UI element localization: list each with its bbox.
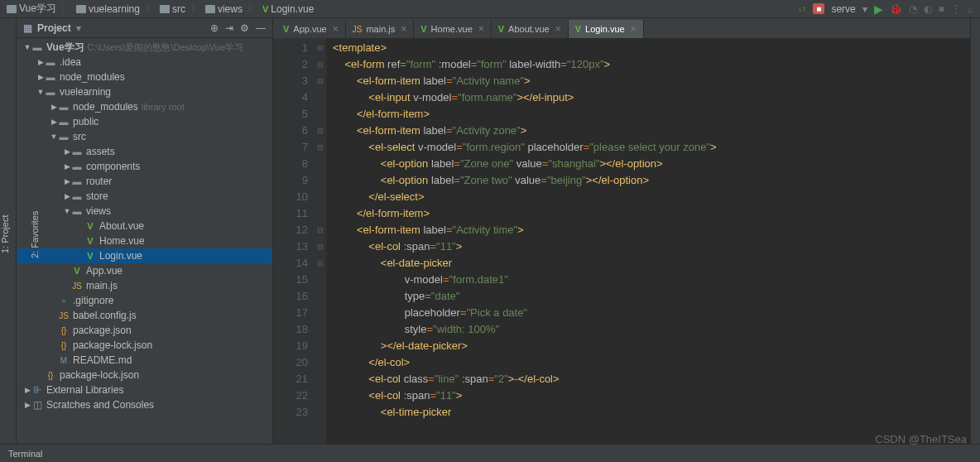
more-icon[interactable]: ⋮ — [951, 3, 961, 15]
code-line[interactable]: </el-select> — [333, 189, 980, 205]
tree-node[interactable]: ▶⊪External Libraries — [17, 383, 272, 397]
fold-icon[interactable]: ⊟ — [315, 123, 326, 139]
fold-gutter[interactable]: ⊟⊟⊟⊟⊟⊟⊟⊟ — [315, 38, 326, 444]
tree-node[interactable]: ▶▬store — [17, 189, 272, 204]
fold-icon[interactable] — [315, 288, 326, 305]
run-config-name[interactable]: serve — [831, 3, 855, 15]
tree-node[interactable]: ▶◫Scratches and Consoles — [17, 397, 272, 412]
code-line[interactable]: style="width: 100%" — [333, 321, 980, 338]
fold-icon[interactable] — [315, 189, 326, 205]
run-dropdown-icon[interactable]: ▾ — [862, 3, 867, 15]
tree-node[interactable]: ▶▬public — [17, 114, 272, 129]
code-line[interactable]: <el-col :span="11"> — [333, 387, 980, 404]
fold-icon[interactable] — [315, 305, 326, 321]
editor-tab[interactable]: VAbout.vue× — [492, 20, 569, 38]
tab-close-icon[interactable]: × — [631, 23, 637, 35]
expand-arrow-icon[interactable]: ▼ — [63, 207, 71, 215]
run-config-icon[interactable]: ■ — [813, 3, 824, 14]
fold-icon[interactable]: ⊟ — [315, 222, 326, 238]
fold-icon[interactable] — [315, 272, 326, 288]
fold-icon[interactable] — [315, 354, 326, 371]
code-line[interactable]: type="date" — [333, 288, 980, 305]
editor-tab[interactable]: JSmain.js× — [346, 20, 415, 38]
tab-close-icon[interactable]: × — [333, 23, 339, 35]
tree-node[interactable]: JSbabel.config.js — [17, 308, 272, 323]
code-line[interactable]: <el-form ref="form" :model="form" label-… — [333, 56, 980, 73]
fold-icon[interactable]: ⊟ — [315, 255, 326, 272]
debug-button[interactable]: 🐞 — [890, 3, 902, 15]
file-tree[interactable]: ▼▬Vue学习C:\Users\爱闹的憨憨\Desktop\Vue学习▶▬.id… — [17, 38, 272, 444]
code-line[interactable]: <el-date-picker — [333, 255, 980, 272]
tab-close-icon[interactable]: × — [478, 23, 484, 35]
tree-node[interactable]: VHome.vue — [17, 233, 272, 248]
tree-node[interactable]: VLogin.vue — [17, 248, 272, 263]
run-button[interactable]: ▶ — [874, 2, 883, 16]
tab-close-icon[interactable]: × — [555, 23, 561, 35]
tree-node[interactable]: ▶▬components — [17, 159, 272, 174]
fold-icon[interactable] — [315, 106, 326, 123]
fold-icon[interactable] — [315, 404, 326, 421]
breadcrumb-item[interactable]: Vue学习 — [7, 2, 56, 16]
fold-icon[interactable] — [315, 156, 326, 172]
fold-icon[interactable] — [315, 205, 326, 222]
fold-icon[interactable]: ⊟ — [315, 56, 326, 73]
code-line[interactable]: <el-time-picker — [333, 404, 980, 421]
code-area[interactable]: 1234567891011121314151617181920212223 ⊟⊟… — [273, 38, 980, 444]
code-line[interactable]: <template> — [333, 40, 980, 56]
code-line[interactable]: <el-option label="Zone one" value="shang… — [333, 156, 980, 172]
fold-icon[interactable] — [315, 172, 326, 189]
search-icon[interactable]: ⌕ — [968, 3, 973, 15]
tree-node[interactable]: {}package-lock.json — [17, 368, 272, 383]
code-line[interactable]: <el-col :span="11"> — [333, 238, 980, 255]
tree-node[interactable]: MREADME.md — [17, 353, 272, 368]
sidetab-favorites[interactable]: 2: Favorites — [30, 25, 40, 444]
code-line[interactable]: <el-form-item label="Activity time"> — [333, 222, 980, 238]
code-line[interactable]: ></el-date-picker> — [333, 338, 980, 354]
profiler-button[interactable]: ◐ — [924, 3, 932, 15]
code-line[interactable]: <el-input v-model="form.name"></el-input… — [333, 89, 980, 106]
tree-node[interactable]: ▼▬vuelearning — [17, 84, 272, 99]
code-line[interactable]: placeholder="Pick a date" — [333, 305, 980, 321]
tree-node[interactable]: {}package-lock.json — [17, 338, 272, 353]
coverage-button[interactable]: ◔ — [909, 3, 917, 15]
sidetab-project[interactable]: 1: Project — [0, 25, 10, 444]
expand-arrow-icon[interactable]: ▶ — [50, 118, 58, 126]
tree-node[interactable]: VApp.vue — [17, 263, 272, 278]
tree-node[interactable]: ▶▬router — [17, 174, 272, 189]
stop-button[interactable]: ■ — [939, 3, 944, 15]
code-content[interactable]: <template> <el-form ref="form" :model="f… — [326, 38, 980, 444]
panel-dropdown-icon[interactable]: ▾ — [76, 22, 81, 34]
editor-tab[interactable]: VLogin.vue× — [569, 20, 644, 38]
breadcrumb-item[interactable]: vuelearning — [76, 3, 140, 15]
tree-node[interactable]: ▶▬node_moduleslibrary root — [17, 99, 272, 114]
tree-node[interactable]: ▼▬src — [17, 129, 272, 144]
expand-arrow-icon[interactable]: ▶ — [63, 177, 71, 185]
code-line[interactable]: <el-select v-model="form.region" placeho… — [333, 139, 980, 156]
fold-icon[interactable] — [315, 338, 326, 354]
tree-node[interactable]: VAbout.vue — [17, 219, 272, 233]
code-line[interactable]: </el-form-item> — [333, 106, 980, 123]
tree-node[interactable]: ▶▬assets — [17, 144, 272, 159]
breadcrumb-item[interactable]: VLogin.vue — [262, 3, 314, 15]
breadcrumb-item[interactable]: views — [205, 3, 243, 15]
hide-icon[interactable]: — — [256, 22, 266, 34]
fold-icon[interactable]: ⊟ — [315, 73, 326, 89]
editor-tab[interactable]: VHome.vue× — [414, 20, 492, 38]
fold-icon[interactable]: ⊟ — [315, 139, 326, 156]
fold-icon[interactable] — [315, 321, 326, 338]
expand-arrow-icon[interactable]: ▶ — [63, 147, 71, 156]
tree-node[interactable]: ▶▬node_modules — [17, 70, 272, 84]
code-line[interactable]: <el-form-item label="Activity zone"> — [333, 123, 980, 139]
expand-arrow-icon[interactable]: ▶ — [63, 162, 71, 171]
fold-icon[interactable] — [315, 89, 326, 106]
fold-icon[interactable]: ⊟ — [315, 238, 326, 255]
tree-node[interactable]: JSmain.js — [17, 278, 272, 293]
collapse-icon[interactable]: ⇥ — [225, 22, 233, 34]
fold-icon[interactable] — [315, 371, 326, 387]
expand-arrow-icon[interactable]: ▶ — [63, 192, 71, 200]
expand-arrow-icon[interactable]: ▶ — [50, 103, 58, 111]
tree-node[interactable]: ▼▬Vue学习C:\Users\爱闹的憨憨\Desktop\Vue学习 — [17, 40, 272, 55]
code-line[interactable]: <el-form-item label="Activity name"> — [333, 73, 980, 89]
code-line[interactable]: </el-form-item> — [333, 205, 980, 222]
code-line[interactable]: v-model="form.date1" — [333, 272, 980, 288]
